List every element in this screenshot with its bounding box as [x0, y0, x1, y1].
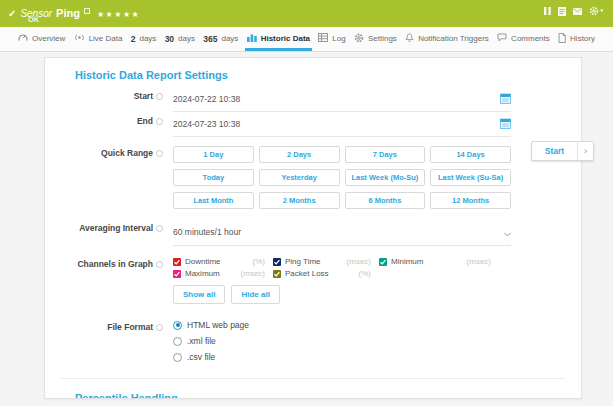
channel-minimum: Minimum (msec): [379, 257, 491, 266]
quick-range-button[interactable]: Last Week (Mo-Su): [345, 169, 426, 186]
start-date-value[interactable]: 2024-07-22 10:38: [173, 94, 500, 104]
gear-caret-icon[interactable]: [589, 6, 604, 16]
sensor-name: Ping: [56, 7, 80, 19]
checkbox-checked-icon[interactable]: [379, 258, 387, 266]
tab-num: 2: [131, 34, 136, 44]
comment-icon: [497, 33, 507, 44]
settings-card: Historic Data Report Settings Start 2024…: [44, 57, 582, 399]
start-date-input[interactable]: 2024-07-22 10:38: [173, 89, 511, 112]
info-icon[interactable]: [156, 118, 163, 125]
averaging-interval-value[interactable]: 60 minutes/1 hour: [173, 227, 504, 237]
show-all-button[interactable]: Show all: [173, 285, 225, 304]
channel-maximum: Maximum (msec): [173, 269, 265, 278]
channel-name: Ping Time: [285, 257, 343, 266]
tab-settings[interactable]: Settings: [352, 27, 399, 51]
channel-downtime: Downtime (%): [173, 257, 265, 266]
end-date-input[interactable]: 2024-07-23 10:38: [173, 114, 511, 137]
start-row: Start 2024-07-22 10:38: [45, 89, 581, 112]
radio-selected-icon[interactable]: [173, 321, 182, 330]
channel-unit: (msec): [241, 269, 265, 278]
file-format-option-html[interactable]: HTML web page: [173, 320, 511, 330]
radio-icon[interactable]: [173, 353, 182, 362]
checkbox-checked-icon[interactable]: [173, 258, 181, 266]
end-label: End: [137, 116, 153, 126]
tab-num: 365: [203, 34, 217, 44]
tab-historic-data[interactable]: Historic Data: [245, 27, 312, 51]
quick-range-button[interactable]: 2 Months: [259, 192, 340, 209]
radio-icon[interactable]: [173, 337, 182, 346]
checkbox-checked-icon[interactable]: [173, 270, 181, 278]
priority-stars[interactable]: ★★★★★: [97, 10, 140, 19]
quick-range-button[interactable]: 6 Months: [345, 192, 426, 209]
tab-log[interactable]: Log: [316, 27, 347, 51]
end-row: End 2024-07-23 10:38: [45, 114, 581, 137]
checkbox-checked-icon[interactable]: [273, 258, 281, 266]
tab-label: History: [570, 34, 595, 43]
tab-notification-triggers[interactable]: Notification Triggers: [403, 27, 491, 51]
pause-icon[interactable]: [544, 7, 551, 15]
quick-range-button[interactable]: Today: [173, 169, 254, 186]
channel-name: Maximum: [185, 269, 237, 278]
bar-chart-icon: [247, 33, 257, 44]
info-icon[interactable]: [156, 225, 163, 232]
tab-label: Log: [332, 34, 345, 43]
gauge-icon: [18, 33, 28, 44]
report-icon[interactable]: [558, 7, 566, 16]
page-title: Historic Data Report Settings: [75, 69, 581, 81]
start-report-label[interactable]: Start: [532, 142, 577, 160]
end-date-value[interactable]: 2024-07-23 10:38: [173, 119, 500, 129]
quick-range-button[interactable]: Yesterday: [259, 169, 340, 186]
channels-row: Channels in Graph Downtime (%) Ping Time…: [45, 257, 581, 304]
quick-range-button[interactable]: 1 Day: [173, 146, 254, 163]
quick-range-button[interactable]: Last Week (Su-Sa): [430, 169, 511, 186]
tab-num: 30: [165, 34, 174, 44]
quick-range-button[interactable]: 12 Months: [430, 192, 511, 209]
email-icon[interactable]: [573, 8, 582, 15]
hide-all-button[interactable]: Hide all: [231, 285, 279, 304]
quick-range-button[interactable]: 7 Days: [345, 146, 426, 163]
history-icon: [558, 33, 566, 45]
file-format-option-xml[interactable]: .xml file: [173, 336, 511, 346]
checkbox-checked-icon[interactable]: [273, 270, 281, 278]
tab-label: days: [221, 34, 238, 43]
averaging-interval-select[interactable]: 60 minutes/1 hour: [173, 221, 511, 246]
quick-range-button[interactable]: 2 Days: [259, 146, 340, 163]
calendar-icon[interactable]: [500, 115, 511, 133]
tab-overview[interactable]: Overview: [16, 27, 67, 51]
tab-history[interactable]: History: [556, 27, 597, 51]
section-divider: [61, 378, 565, 379]
percentile-handling-title: Percentile Handling: [75, 392, 581, 399]
quick-range-button[interactable]: 14 Days: [430, 146, 511, 163]
tab-bar: Overview Live Data 2 days 30 days 365 da…: [0, 27, 613, 52]
quick-range-button[interactable]: Last Month: [173, 192, 254, 209]
info-icon[interactable]: [156, 261, 163, 268]
chevron-down-icon[interactable]: [504, 223, 511, 241]
file-format-label: File Format: [107, 322, 153, 332]
tab-365-days[interactable]: 365 days: [201, 27, 240, 51]
tab-comments[interactable]: Comments: [495, 27, 552, 51]
bell-icon: [405, 33, 414, 45]
tab-label: Historic Data: [261, 34, 310, 43]
info-icon[interactable]: [156, 324, 163, 331]
file-format-row: File Format HTML web page .xml file .csv…: [45, 320, 581, 368]
tab-label: Overview: [32, 34, 65, 43]
tab-live-data[interactable]: Live Data: [72, 27, 125, 51]
tab-30-days[interactable]: 30 days: [163, 27, 197, 51]
file-format-option-csv[interactable]: .csv file: [173, 352, 511, 362]
calendar-icon[interactable]: [500, 90, 511, 108]
chevron-right-icon[interactable]: ›: [577, 142, 593, 160]
channel-unit: (msec): [467, 257, 491, 266]
quick-range-label: Quick Range: [101, 148, 153, 158]
live-icon: [74, 33, 85, 44]
channel-name: Minimum: [391, 257, 463, 266]
averaging-interval-row: Averaging Interval 60 minutes/1 hour: [45, 221, 581, 246]
tab-label: days: [178, 34, 195, 43]
tab-label: Settings: [368, 34, 397, 43]
channel-name: Packet Loss: [285, 269, 355, 278]
info-icon[interactable]: [156, 93, 163, 100]
start-report-button[interactable]: Start ›: [531, 141, 594, 161]
channel-name: Downtime: [185, 257, 249, 266]
status-badge: OK: [28, 15, 39, 24]
info-icon[interactable]: [156, 150, 163, 157]
tab-2-days[interactable]: 2 days: [129, 27, 159, 51]
